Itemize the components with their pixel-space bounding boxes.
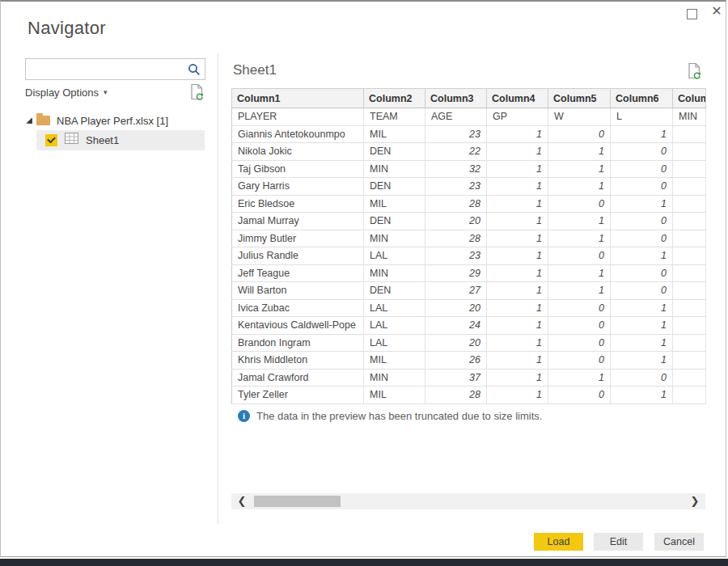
table-cell bbox=[673, 178, 706, 196]
refresh-file-icon[interactable] bbox=[189, 83, 205, 104]
header-row: Column1Column2Column3Column4Column5Colum… bbox=[232, 89, 706, 108]
table-cell: 1 bbox=[548, 143, 611, 161]
column-header: Column7 bbox=[673, 89, 706, 108]
table-cell: 0 bbox=[611, 143, 673, 161]
expand-icon[interactable] bbox=[26, 117, 32, 124]
table-cell: 1 bbox=[548, 369, 611, 386]
preview-table-wrap: Column1Column2Column3Column4Column5Colum… bbox=[231, 88, 706, 404]
table-cell: AGE bbox=[425, 108, 487, 126]
table-cell: 1 bbox=[487, 213, 548, 230]
sheet1-checkbox[interactable] bbox=[45, 134, 57, 146]
search-icon[interactable] bbox=[188, 63, 201, 76]
table-cell: 0 bbox=[611, 230, 673, 247]
table-cell: 1 bbox=[487, 160, 548, 178]
sidebar-item-sheet1[interactable]: Sheet1 bbox=[36, 130, 205, 150]
table-cell: 1 bbox=[548, 213, 611, 230]
table-cell: 28 bbox=[425, 195, 487, 213]
close-button[interactable]: ✕ bbox=[709, 3, 725, 19]
table-cell: 0 bbox=[548, 352, 611, 370]
table-cell: Giannis Antetokounmpo bbox=[232, 125, 364, 143]
table-cell: MIN bbox=[364, 264, 425, 282]
table-row: Jamal MurrayDEN20110 bbox=[232, 213, 706, 230]
table-cell bbox=[673, 317, 706, 335]
table-cell bbox=[673, 213, 706, 230]
table-cell: Khris Middleton bbox=[232, 352, 364, 370]
table-cell: 23 bbox=[425, 125, 487, 143]
table-cell: PLAYER bbox=[232, 108, 364, 126]
table-cell: 1 bbox=[487, 369, 548, 386]
table-cell: 0 bbox=[611, 369, 673, 386]
table-row: Kentavious Caldwell-PopeLAL24101 bbox=[232, 317, 706, 335]
table-cell: Nikola Jokic bbox=[232, 143, 364, 161]
table-cell: Jeff Teague bbox=[232, 264, 364, 282]
table-cell bbox=[673, 282, 706, 300]
table-cell: 23 bbox=[425, 178, 487, 196]
search-input[interactable] bbox=[29, 61, 186, 79]
horizontal-scrollbar[interactable]: ❮ ❯ bbox=[231, 493, 705, 509]
tree-root-row[interactable]: NBA Player Perf.xlsx [1] bbox=[23, 112, 168, 129]
load-button[interactable]: Load bbox=[534, 533, 583, 551]
table-cell bbox=[673, 125, 706, 143]
table-row: Giannis AntetokounmpoMIL23101 bbox=[232, 125, 706, 143]
table-cell: MIN bbox=[364, 369, 425, 386]
table-cell: MIN bbox=[673, 108, 706, 126]
table-row: Nikola JokicDEN22110 bbox=[232, 143, 706, 161]
table-cell: 0 bbox=[611, 160, 673, 178]
display-options-dropdown[interactable]: Display Options▾ bbox=[25, 87, 108, 99]
table-cell: 1 bbox=[611, 334, 673, 352]
scrollbar-thumb[interactable] bbox=[254, 496, 341, 507]
table-cell: MIL bbox=[364, 352, 425, 370]
table-cell: Jamal Crawford bbox=[232, 369, 364, 386]
table-cell: 1 bbox=[487, 125, 548, 143]
table-cell: MIN bbox=[364, 230, 425, 247]
table-cell: DEN bbox=[364, 213, 425, 230]
table-cell: 0 bbox=[548, 299, 611, 317]
display-options-label: Display Options bbox=[25, 87, 99, 99]
column-header: Column4 bbox=[487, 89, 548, 108]
table-cell: 1 bbox=[611, 247, 673, 265]
table-cell: 0 bbox=[611, 282, 673, 300]
table-row: Khris MiddletonMIL26101 bbox=[232, 352, 706, 370]
table-cell: 24 bbox=[425, 317, 487, 335]
table-cell: 28 bbox=[425, 230, 487, 247]
scroll-left-icon[interactable]: ❮ bbox=[233, 493, 251, 509]
column-header: Column2 bbox=[364, 89, 425, 108]
chevron-down-icon: ▾ bbox=[104, 88, 108, 96]
folder-icon bbox=[36, 116, 50, 125]
table-row: Ivica ZubacLAL20101 bbox=[232, 299, 706, 317]
table-cell: MIN bbox=[364, 160, 425, 178]
table-cell: 0 bbox=[548, 334, 611, 352]
cancel-button[interactable]: Cancel bbox=[654, 533, 704, 551]
pane-divider bbox=[218, 53, 218, 524]
table-row: Jimmy ButlerMIN28110 bbox=[232, 230, 706, 247]
edit-button[interactable]: Edit bbox=[594, 533, 643, 551]
table-cell: DEN bbox=[364, 178, 425, 196]
table-cell: 28 bbox=[425, 386, 487, 404]
table-cell: 22 bbox=[425, 143, 487, 161]
table-cell: MIL bbox=[364, 195, 425, 213]
table-cell: Eric Bledsoe bbox=[232, 195, 364, 213]
scroll-right-icon[interactable]: ❯ bbox=[686, 493, 704, 509]
table-cell: 1 bbox=[548, 282, 611, 300]
table-cell: 1 bbox=[487, 317, 548, 335]
refresh-preview-icon[interactable] bbox=[687, 62, 702, 83]
table-row: Julius RandleLAL23101 bbox=[232, 247, 706, 265]
search-box bbox=[25, 58, 205, 80]
table-cell: 1 bbox=[487, 334, 548, 352]
table-row: Will BartonDEN27110 bbox=[232, 282, 706, 300]
table-cell: 23 bbox=[425, 247, 487, 265]
preview-title: Sheet1 bbox=[233, 62, 277, 78]
table-cell: 0 bbox=[548, 247, 611, 265]
table-cell: 26 bbox=[425, 352, 487, 370]
truncation-notice: i The data in the preview has been trunc… bbox=[238, 410, 542, 422]
table-row: Brandon IngramLAL20101 bbox=[232, 334, 706, 352]
table-cell: 0 bbox=[611, 178, 673, 196]
maximize-button[interactable] bbox=[687, 9, 697, 19]
table-cell bbox=[673, 369, 706, 386]
table-row: Tyler ZellerMIL28101 bbox=[232, 386, 706, 404]
table-row: Taj GibsonMIN32110 bbox=[232, 160, 706, 178]
column-header: Column5 bbox=[548, 89, 611, 108]
table-row: PLAYERTEAMAGEGPWLMIN bbox=[232, 108, 706, 126]
table-cell: 37 bbox=[425, 369, 487, 386]
table-cell: TEAM bbox=[364, 108, 425, 126]
